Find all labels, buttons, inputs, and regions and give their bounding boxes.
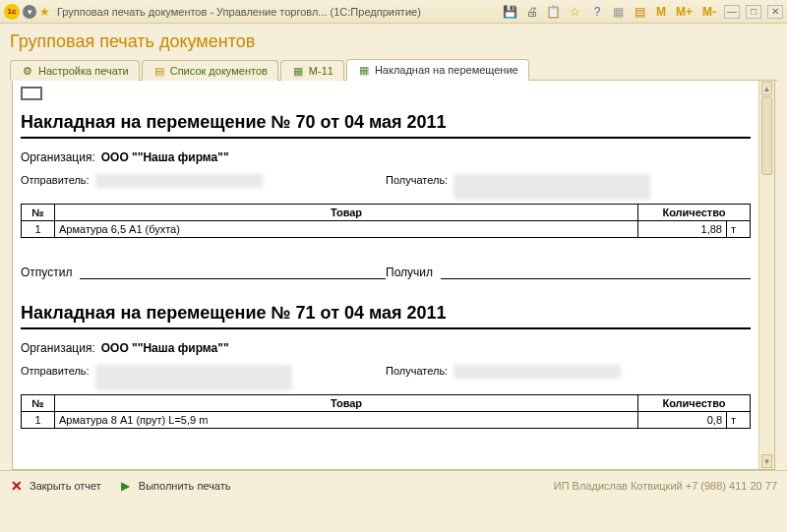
sign-out-line	[80, 266, 386, 279]
org-label: Организация:	[21, 150, 101, 164]
tab-print-settings[interactable]: ⚙ Настройка печати	[10, 60, 140, 81]
cell-qty: 0,8	[638, 412, 727, 429]
col-goods: Товар	[55, 395, 638, 412]
col-quantity: Количество	[638, 395, 751, 412]
cell-qty: 1,88	[638, 221, 727, 238]
tab-m11[interactable]: ▦ М-11	[280, 60, 344, 81]
col-goods: Товар	[55, 205, 638, 221]
scroll-down-button[interactable]: ▼	[761, 454, 772, 468]
tab-label: Накладная на перемещение	[375, 64, 518, 76]
calculator-icon[interactable]: ▦	[611, 4, 627, 20]
save-icon[interactable]: 💾	[503, 4, 518, 20]
tab-transfer-invoice[interactable]: ▦ Накладная на перемещение	[346, 59, 529, 81]
scroll-up-button[interactable]: ▲	[761, 82, 772, 95]
close-report-button[interactable]: ✕ Закрыть отчет	[10, 479, 101, 493]
sender-label: Отправитель:	[21, 365, 95, 377]
dropdown-arrow-icon[interactable]: ▾	[23, 5, 36, 19]
invoice-title: Накладная на перемещение № 70 от 04 мая …	[21, 106, 751, 139]
table-header-row: № Товар Количество	[22, 395, 751, 412]
minimize-button[interactable]: —	[724, 5, 740, 19]
maximize-button[interactable]: □	[746, 5, 761, 19]
sender-value-redacted	[95, 365, 292, 390]
app-icon-1c: 1c	[4, 4, 20, 20]
close-button[interactable]: ✕	[767, 5, 783, 19]
cell-number: 1	[22, 412, 55, 429]
vertical-scrollbar[interactable]: ▲ ▼	[758, 81, 774, 469]
bottom-bar: ✕ Закрыть отчет ▶ Выполнить печать ИП Вл…	[0, 470, 787, 500]
table-row: 1 Арматура 6,5 А1 (бухта) 1,88 т	[22, 221, 751, 238]
tabs-row: ⚙ Настройка печати ▤ Список документов ▦…	[10, 58, 777, 81]
spreadsheet-icon: ▦	[291, 64, 305, 78]
col-number: №	[22, 205, 55, 221]
titlebar: 1c ▾ ★ Групповая печать документов - Упр…	[0, 0, 787, 24]
col-quantity: Количество	[638, 205, 751, 221]
table-row: 1 Арматура 8 А1 (прут) L=5,9 m 0,8 т	[22, 412, 751, 429]
cell-unit: т	[727, 412, 751, 429]
page-title: Групповая печать документов	[10, 31, 777, 52]
calendar-icon[interactable]: ▤	[633, 4, 648, 20]
sender-label: Отправитель:	[21, 174, 95, 186]
tab-label: М-11	[309, 65, 333, 77]
memory-mplus-button[interactable]: M+	[674, 5, 695, 19]
org-label: Организация:	[21, 341, 101, 355]
document-content: Накладная на перемещение № 70 от 04 мая …	[13, 81, 758, 469]
star-icon[interactable]: ☆	[568, 4, 583, 20]
scroll-thumb[interactable]	[761, 96, 772, 175]
window-title: Групповая печать документов - Управление…	[57, 6, 421, 18]
play-icon: ▶	[119, 479, 133, 493]
sign-in-label: Получил	[386, 266, 433, 279]
help-icon[interactable]: ?	[589, 4, 605, 20]
favorite-star-icon[interactable]: ★	[39, 5, 50, 19]
goods-table: № Товар Количество 1 Арматура 6,5 А1 (бу…	[21, 204, 751, 238]
spreadsheet-icon: ▦	[357, 63, 371, 77]
cell-unit: т	[727, 221, 751, 238]
memory-mminus-button[interactable]: M-	[700, 5, 718, 19]
table-header-row: № Товар Количество	[22, 205, 751, 221]
clipboard-icon[interactable]: 📋	[546, 4, 562, 20]
sender-value-redacted	[95, 174, 263, 188]
print-icon[interactable]: 🖨	[524, 4, 540, 20]
col-number: №	[22, 395, 55, 412]
receiver-label: Получатель:	[386, 365, 454, 377]
receiver-label: Получатель:	[386, 174, 454, 186]
invoice-title: Накладная на перемещение № 71 от 04 мая …	[21, 297, 751, 329]
execute-print-button[interactable]: ▶ Выполнить печать	[119, 479, 231, 493]
goods-table: № Товар Количество 1 Арматура 8 А1 (прут…	[21, 394, 751, 429]
memory-m-button[interactable]: M	[654, 5, 668, 19]
print-label: Выполнить печать	[139, 480, 231, 492]
tab-document-list[interactable]: ▤ Список документов	[142, 60, 278, 81]
tab-label: Список документов	[170, 65, 268, 77]
close-label: Закрыть отчет	[30, 480, 101, 492]
gear-icon: ⚙	[21, 64, 34, 78]
list-icon: ▤	[152, 64, 166, 78]
document-area: Накладная на перемещение № 70 от 04 мая …	[12, 81, 775, 470]
cell-goods: Арматура 8 А1 (прут) L=5,9 m	[55, 412, 638, 429]
vendor-credit: ИП Владислав Котвицкий +7 (988) 411 20 7…	[554, 480, 777, 492]
cell-goods: Арматура 6,5 А1 (бухта)	[55, 221, 638, 238]
sign-in-line	[441, 266, 751, 279]
cell-number: 1	[22, 221, 55, 238]
org-value: ООО ""Наша фирма""	[101, 341, 229, 355]
tab-label: Настройка печати	[38, 65, 129, 77]
selection-marker	[21, 87, 42, 100]
close-icon: ✕	[10, 479, 24, 493]
receiver-value-redacted	[454, 365, 621, 379]
org-value: ООО ""Наша фирма""	[101, 150, 229, 164]
receiver-value-redacted	[454, 174, 650, 200]
sign-out-label: Отпустил	[21, 266, 72, 279]
